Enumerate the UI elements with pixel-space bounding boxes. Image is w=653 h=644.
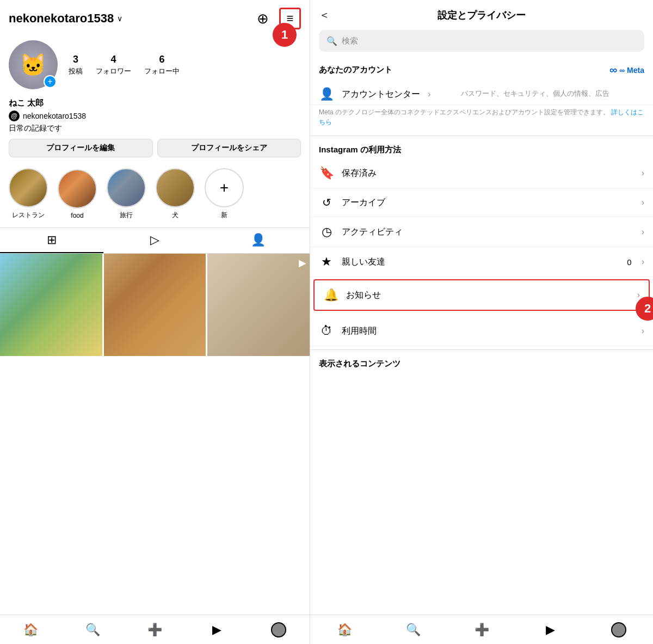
menu-item-usage-time[interactable]: ⏱ 利用時間 › xyxy=(310,316,653,346)
meta-label: ∞ Meta xyxy=(619,66,644,75)
bio-text: 日常の記録です xyxy=(9,124,301,133)
nav-reels-nav[interactable]: ▶ xyxy=(186,615,248,644)
usage-time-icon: ⏱ xyxy=(319,324,334,338)
right-panel: ＜ 設定とプライバシー 🔍 検索 あなたのアカウント ∞ ∞ Meta 👤 アカ… xyxy=(310,0,653,644)
photo-grid: ▶ xyxy=(0,254,310,615)
avatar-plus-button[interactable]: + xyxy=(44,75,57,88)
chevron-down-icon: ∨ xyxy=(117,14,122,23)
username-row[interactable]: nekonekotaro1538 ∨ xyxy=(9,11,122,26)
saved-chevron: › xyxy=(642,168,644,178)
account-center-description: パスワード、セキュリティ、個人の情報、広告 xyxy=(461,89,609,99)
highlight-restaurant[interactable]: レストラン xyxy=(9,168,48,220)
menu-item-saved[interactable]: 🔖 保存済み › xyxy=(310,158,653,188)
menu-item-activity[interactable]: ◷ アクティビティ › xyxy=(310,217,653,247)
stat-followers-label: フォロワー xyxy=(96,66,131,76)
stat-posts-number: 3 xyxy=(73,54,78,65)
tab-reels[interactable]: ▷ xyxy=(103,228,207,253)
section-divider-2 xyxy=(310,349,653,350)
close-friends-icon: ★ xyxy=(319,255,334,269)
profile-section: 🐱 + 3 投稿 4 フォロワー 6 フォロー中 xyxy=(0,35,310,95)
menu-item-notifications[interactable]: 🔔 お知らせ › xyxy=(315,280,649,310)
meta-logo: ∞ ∞ Meta xyxy=(609,64,644,76)
search-placeholder: 検索 xyxy=(342,36,358,46)
nav-create[interactable]: ➕ xyxy=(124,615,186,644)
right-nav-home[interactable]: 🏠 xyxy=(310,615,379,644)
right-header: ＜ 設定とプライバシー xyxy=(310,0,653,28)
notification-wrapper: 🔔 お知らせ › 2 xyxy=(313,279,650,311)
right-bottom-nav: 🏠 🔍 ➕ ▶ xyxy=(310,615,653,644)
account-center-icon: 👤 xyxy=(319,87,334,101)
close-friends-label: 親しい友達 xyxy=(342,256,619,268)
search-bar[interactable]: 🔍 検索 xyxy=(319,30,644,52)
tagged-icon: 👤 xyxy=(251,233,266,247)
account-center-item[interactable]: 👤 アカウントセンター › パスワード、セキュリティ、個人の情報、広告 xyxy=(310,79,653,105)
grid-icon: ⊞ xyxy=(47,233,57,247)
content-section-header: 表示されるコンテンツ xyxy=(310,353,653,372)
spacer-fill xyxy=(310,372,653,615)
profile-buttons: プロフィールを編集 プロフィールをシェア xyxy=(0,139,310,165)
stat-posts: 3 投稿 xyxy=(69,54,83,76)
right-search-icon: 🔍 xyxy=(406,623,421,637)
notification-icon: 🔔 xyxy=(323,288,338,302)
account-center-title-row: 👤 アカウントセンター › xyxy=(319,87,430,101)
grid-photo-2[interactable] xyxy=(104,254,206,356)
archive-chevron: › xyxy=(642,198,644,207)
nav-profile[interactable] xyxy=(248,615,310,644)
stat-followers-number: 4 xyxy=(110,54,116,65)
avatar-wrap: 🐱 + xyxy=(9,40,58,89)
highlight-food[interactable]: food xyxy=(58,169,97,219)
stats-row: 3 投稿 4 フォロワー 6 フォロー中 xyxy=(69,54,180,76)
profile-avatar-nav xyxy=(271,622,286,637)
stat-following: 6 フォロー中 xyxy=(144,54,180,76)
activity-label: アクティビティ xyxy=(342,226,634,238)
usage-time-label: 利用時間 xyxy=(342,326,634,337)
right-nav-reels[interactable]: ▶ xyxy=(516,615,584,644)
usage-time-chevron: › xyxy=(642,326,644,336)
instagram-section-header: Instagram の利用方法 xyxy=(310,139,653,158)
right-nav-profile[interactable] xyxy=(584,615,653,644)
highlight-restaurant-circle xyxy=(9,168,48,207)
reel-indicator-icon: ▶ xyxy=(299,257,306,269)
highlight-dog[interactable]: 犬 xyxy=(156,168,195,220)
left-header: nekonekotaro1538 ∨ ⊕ ≡ 1 xyxy=(0,0,310,35)
display-name: ねこ 太郎 xyxy=(9,98,301,108)
notification-label: お知らせ xyxy=(346,290,630,301)
menu-item-close-friends[interactable]: ★ 親しい友達 0 › xyxy=(310,247,653,277)
grid-photo-3[interactable]: ▶ xyxy=(207,254,310,356)
reels-nav-icon: ▶ xyxy=(212,623,221,637)
left-bottom-nav: 🏠 🔍 ➕ ▶ xyxy=(0,615,310,644)
nav-home[interactable]: 🏠 xyxy=(0,615,62,644)
edit-profile-button[interactable]: プロフィールを編集 xyxy=(9,139,153,157)
tab-tagged[interactable]: 👤 xyxy=(206,228,310,253)
highlight-travel[interactable]: 旅行 xyxy=(107,168,146,220)
highlight-travel-label: 旅行 xyxy=(120,211,133,220)
stat-followers: 4 フォロワー xyxy=(96,54,131,76)
activity-chevron: › xyxy=(642,227,644,237)
highlight-restaurant-label: レストラン xyxy=(12,211,45,220)
create-icon: ➕ xyxy=(147,623,162,637)
notification-highlight-box: 🔔 お知らせ › xyxy=(313,279,650,311)
right-nav-search[interactable]: 🔍 xyxy=(379,615,447,644)
menu-item-archive[interactable]: ↺ アーカイブ › xyxy=(310,188,653,217)
share-profile-button[interactable]: プロフィールをシェア xyxy=(157,139,301,157)
tab-grid[interactable]: ⊞ xyxy=(0,228,103,253)
home-icon: 🏠 xyxy=(23,623,38,637)
nav-search[interactable]: 🔍 xyxy=(62,615,124,644)
left-panel: nekonekotaro1538 ∨ ⊕ ≡ 1 🐱 + 3 投稿 xyxy=(0,0,310,644)
back-button[interactable]: ＜ xyxy=(319,8,330,22)
account-center-chevron: › xyxy=(428,89,430,99)
add-post-button[interactable]: ⊕ xyxy=(252,8,274,29)
instagram-section-title: Instagram の利用方法 xyxy=(319,145,401,155)
activity-icon: ◷ xyxy=(319,225,334,239)
grid-photo-1[interactable] xyxy=(0,254,102,356)
right-nav-create[interactable]: ➕ xyxy=(447,615,516,644)
notification-chevron: › xyxy=(637,290,640,300)
archive-icon: ↺ xyxy=(319,196,334,209)
stat-following-number: 6 xyxy=(159,54,164,65)
highlights-row: レストラン food 旅行 犬 + 新 xyxy=(0,165,310,228)
new-highlight-button[interactable]: + 新 xyxy=(205,168,244,220)
highlight-new-label: 新 xyxy=(221,211,227,220)
add-icon: ⊕ xyxy=(257,10,269,27)
tab-row: ⊞ ▷ 👤 xyxy=(0,228,310,254)
right-reels-icon: ▶ xyxy=(546,623,555,637)
